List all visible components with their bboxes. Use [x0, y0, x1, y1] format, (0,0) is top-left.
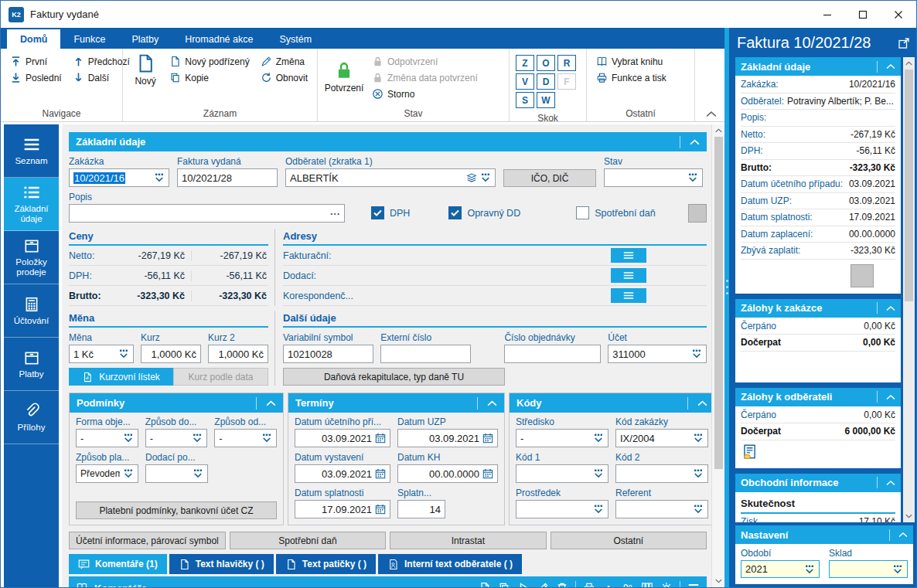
dropdown-icon[interactable] — [892, 564, 903, 575]
dropdown-icon[interactable] — [123, 468, 134, 479]
scroll-up-icon[interactable] — [713, 124, 724, 137]
jump-key-d[interactable]: D — [537, 73, 555, 90]
panel-splitter[interactable] — [724, 28, 729, 587]
panel-scrollbar[interactable] — [903, 57, 915, 522]
tab-interni-text[interactable]: Interní text odběratele ( ) — [378, 554, 522, 574]
collapse-section-button[interactable] — [680, 136, 700, 148]
calendar-icon[interactable] — [482, 468, 493, 479]
close-button[interactable] — [881, 1, 916, 28]
kurzovni-listek-button[interactable]: Kurzovní lístek — [69, 368, 173, 386]
stats-icon[interactable] — [602, 582, 615, 587]
collapse-section-button[interactable] — [687, 397, 707, 410]
dropdown-icon[interactable] — [693, 468, 704, 479]
obdobi-field[interactable]: 2021 — [741, 560, 820, 578]
collapse-section-button[interactable] — [256, 397, 276, 410]
sklad-field[interactable] — [829, 560, 908, 578]
sidebar-item-polozky-prodeje[interactable]: Položky prodeje — [4, 231, 59, 284]
collapse-section-button[interactable] — [477, 397, 497, 410]
layers-icon[interactable] — [466, 172, 477, 183]
tab-funkce[interactable]: Funkce — [60, 29, 118, 49]
zpusob-platby-field[interactable]: Převodem — [76, 464, 138, 483]
cislo-objednavky-field[interactable] — [504, 345, 601, 363]
new-sub-button[interactable]: Nový podřízený — [165, 53, 254, 70]
collapse-section-button[interactable] — [889, 529, 908, 541]
datum-vystaveni-field[interactable]: 03.09.2021 — [295, 464, 390, 483]
spotrebni-dan-checkbox[interactable]: Spotřební daň — [576, 206, 656, 219]
kurz-field[interactable]: 1,0000 Kč — [141, 345, 201, 363]
minimize-button[interactable] — [810, 1, 845, 28]
tab-text-hlavicky[interactable]: Text hlavičky ( ) — [169, 554, 274, 574]
new-button[interactable]: Nový — [128, 52, 163, 88]
sidebar-item-prilohy[interactable]: Přílohy — [4, 391, 59, 444]
address-menu-button[interactable] — [611, 248, 646, 263]
zakazka-field[interactable]: 10/2021/16 — [69, 168, 169, 187]
tab-text-paticky[interactable]: Text patičky ( ) — [276, 554, 376, 574]
sidebar-item-uctovani[interactable]: Účtování — [4, 284, 59, 338]
collapse-section-button[interactable] — [877, 477, 895, 488]
dropdown-icon[interactable] — [192, 433, 203, 444]
jump-key-o[interactable]: O — [537, 55, 555, 71]
kurz2-field[interactable]: 1,0000 Kč — [208, 345, 268, 363]
jump-key-w[interactable]: W — [537, 92, 555, 108]
opravny-dd-checkbox[interactable]: Opravný DD — [448, 206, 520, 219]
dropdown-icon[interactable] — [687, 172, 698, 183]
refresh-button[interactable]: Obnovit — [256, 70, 312, 86]
group-icon[interactable] — [622, 582, 634, 587]
scrollbar-thumb[interactable] — [714, 137, 723, 469]
main-scrollbar[interactable] — [711, 124, 724, 587]
dropdown-icon[interactable] — [693, 504, 704, 515]
ostatni-button[interactable]: Ostatní — [551, 532, 707, 549]
dropdown-icon[interactable] — [693, 433, 704, 444]
collapse-section-button[interactable] — [877, 61, 895, 73]
kurz-podle-data-button[interactable]: Kurz podle data — [173, 368, 268, 386]
jump-key-s[interactable]: S — [516, 92, 534, 108]
sidebar-item-zakladni-udaje[interactable]: Základní údaje — [4, 178, 59, 231]
dropdown-icon[interactable] — [154, 172, 165, 183]
collapse-section-button[interactable] — [877, 302, 895, 314]
datum-uzp-field[interactable]: 03.09.2021 — [397, 429, 498, 447]
pick-book-button[interactable]: Vybrat knihu — [591, 53, 690, 70]
ucetni-informace-button[interactable]: Účetní informace, párovací symbol — [69, 532, 226, 549]
new-icon[interactable] — [479, 582, 491, 587]
tab-system[interactable]: Systém — [266, 29, 325, 49]
kod1-field[interactable] — [516, 464, 608, 483]
platebni-podminky-button[interactable]: Platební podmínky, bankovní účet CZ — [76, 501, 277, 519]
tab-hromadne-akce[interactable]: Hromadné akce — [172, 29, 266, 49]
datum-splatnosti-field[interactable]: 17.09.2021 — [295, 500, 390, 518]
danova-rekapitulace-button[interactable]: Daňová rekapitulace, typ daně TU — [283, 368, 505, 386]
dodaci-podminky-field[interactable] — [145, 464, 208, 483]
ucet-field[interactable]: 311000 — [608, 345, 707, 363]
jump-key-r[interactable]: R — [557, 55, 576, 71]
spotrebni-dan-button[interactable]: Spotřební daň — [230, 532, 386, 549]
first-button[interactable]: První — [5, 53, 66, 70]
calendar-icon[interactable] — [482, 433, 493, 444]
externi-cislo-field[interactable] — [380, 345, 471, 363]
edit-icon[interactable] — [537, 582, 549, 587]
dropdown-icon[interactable] — [193, 468, 203, 479]
print-icon[interactable] — [583, 582, 595, 587]
dropdown-icon[interactable] — [593, 433, 604, 444]
dph-checkbox[interactable]: DPH — [371, 206, 410, 219]
maximize-button[interactable] — [845, 1, 881, 28]
dropdown-icon[interactable] — [118, 348, 129, 359]
splatnost-field[interactable]: 14 — [397, 500, 445, 518]
faktura-field[interactable]: 10/2021/28 — [177, 168, 278, 187]
scrollbar-thumb[interactable] — [905, 70, 913, 301]
scroll-down-icon[interactable] — [713, 575, 724, 587]
jump-key-v[interactable]: V — [516, 73, 534, 90]
calendar-icon[interactable] — [375, 433, 386, 444]
columns-icon[interactable] — [641, 582, 653, 587]
advance-invoice-icon[interactable] — [741, 444, 758, 461]
dropdown-icon[interactable] — [593, 468, 604, 479]
change-button[interactable]: Změna — [256, 53, 312, 70]
ico-dic-button[interactable]: IČO, DIČ — [503, 169, 596, 187]
collapse-ribbon-button[interactable] — [706, 110, 717, 117]
calendar-icon[interactable] — [375, 468, 386, 479]
copy-button[interactable]: Kopie — [165, 70, 254, 86]
dropdown-icon[interactable] — [261, 433, 272, 444]
kod-zakazky-field[interactable]: IX/2004 — [615, 429, 708, 447]
popis-field[interactable]: ··· — [69, 204, 345, 223]
storno-button[interactable]: Storno — [367, 86, 482, 102]
unconfirm-button[interactable]: Odpotvrzení — [367, 53, 482, 70]
sidebar-item-platby[interactable]: Platby — [4, 338, 59, 391]
